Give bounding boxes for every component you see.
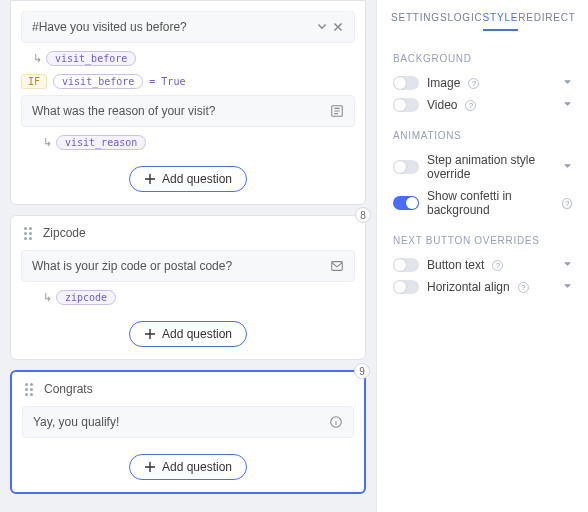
field-actions <box>316 21 344 33</box>
option-label: Horizontal align <box>427 280 510 294</box>
tab-style[interactable]: STYLE <box>483 12 519 31</box>
arrow-in-icon: ↳ <box>33 52 42 65</box>
question-text: Yay, you qualify! <box>33 415 119 429</box>
arrow-in-icon: ↳ <box>43 136 52 149</box>
option-label: Step animation style override <box>427 153 555 181</box>
tab-logic[interactable]: LOGIC <box>447 12 482 31</box>
mail-icon[interactable] <box>330 259 344 273</box>
block-title: Zipcode <box>43 226 86 240</box>
tab-settings[interactable]: SETTINGS <box>391 12 447 31</box>
svg-rect-1 <box>332 262 343 271</box>
chevron-down-icon[interactable] <box>563 258 572 272</box>
option-confetti[interactable]: Show confetti in background ? <box>377 185 588 221</box>
section-next-button-title: NEXT BUTTON OVERRIDES <box>377 221 588 254</box>
chevron-down-icon[interactable] <box>316 21 328 33</box>
question-text: #Have you visited us before? <box>32 20 187 34</box>
panel-tabs: SETTINGS LOGIC STYLE REDIRECT <box>377 0 588 39</box>
question-field[interactable]: What is your zip code or postal code? <box>21 250 355 282</box>
question-field[interactable]: What was the reason of your visit? <box>21 95 355 127</box>
option-button-text[interactable]: Button text ? <box>377 254 588 276</box>
block-zipcode[interactable]: 8 Zipcode What is your zip code or posta… <box>10 215 366 360</box>
paragraph-icon[interactable] <box>330 104 344 118</box>
add-question-label: Add question <box>162 172 232 186</box>
add-question-button[interactable]: Add question <box>129 454 247 480</box>
question-text: What was the reason of your visit? <box>32 104 215 118</box>
option-label: Video <box>427 98 457 112</box>
chevron-down-icon[interactable] <box>563 160 572 174</box>
variable-row: ↳ visit_reason <box>43 135 365 150</box>
chevron-down-icon[interactable] <box>563 98 572 112</box>
plus-icon <box>144 173 156 185</box>
option-horizontal-align[interactable]: Horizontal align ? <box>377 276 588 298</box>
toggle-confetti[interactable] <box>393 196 419 210</box>
chevron-down-icon[interactable] <box>563 76 572 90</box>
block-title: Congrats <box>44 382 93 396</box>
section-animations-title: ANIMATIONS <box>377 116 588 149</box>
if-tag: IF <box>21 74 47 89</box>
add-question-button[interactable]: Add question <box>129 166 247 192</box>
info-icon[interactable] <box>329 415 343 429</box>
toggle-bg-image[interactable] <box>393 76 419 90</box>
add-question-button[interactable]: Add question <box>129 321 247 347</box>
variable-row: ↳ zipcode <box>43 290 365 305</box>
option-step-animation[interactable]: Step animation style override <box>377 149 588 185</box>
help-icon[interactable]: ? <box>562 198 572 209</box>
option-label: Button text <box>427 258 484 272</box>
block-congrats[interactable]: 9 Congrats Yay, you qualify! Add questio… <box>10 370 366 494</box>
plus-icon <box>144 328 156 340</box>
block-visit[interactable]: #Have you visited us before? ↳ visit_bef… <box>10 0 366 205</box>
help-icon[interactable]: ? <box>468 78 479 89</box>
help-icon[interactable]: ? <box>465 100 476 111</box>
toggle-button-text[interactable] <box>393 258 419 272</box>
step-number-badge: 9 <box>354 363 370 379</box>
add-question-label: Add question <box>162 460 232 474</box>
plus-icon <box>144 461 156 473</box>
toggle-step-animation[interactable] <box>393 160 419 174</box>
option-bg-video[interactable]: Video ? <box>377 94 588 116</box>
variable-pill[interactable]: visit_reason <box>56 135 146 150</box>
question-field[interactable]: #Have you visited us before? <box>21 11 355 43</box>
option-bg-image[interactable]: Image ? <box>377 72 588 94</box>
drag-handle-icon[interactable] <box>24 383 36 395</box>
chevron-down-icon[interactable] <box>563 280 572 294</box>
question-text: What is your zip code or postal code? <box>32 259 232 273</box>
question-field[interactable]: Yay, you qualify! <box>22 406 354 438</box>
close-icon[interactable] <box>332 21 344 33</box>
variable-pill[interactable]: visit_before <box>46 51 136 66</box>
form-canvas: #Have you visited us before? ↳ visit_bef… <box>0 0 376 512</box>
condition-var-pill[interactable]: visit_before <box>53 74 143 89</box>
option-label: Show confetti in background <box>427 189 554 217</box>
condition-value: = True <box>149 76 185 87</box>
section-background-title: BACKGROUND <box>377 39 588 72</box>
logic-condition[interactable]: IF visit_before = True <box>21 74 355 89</box>
style-panel: SETTINGS LOGIC STYLE REDIRECT BACKGROUND… <box>376 0 588 512</box>
add-question-label: Add question <box>162 327 232 341</box>
variable-pill[interactable]: zipcode <box>56 290 116 305</box>
help-icon[interactable]: ? <box>518 282 529 293</box>
step-number-badge: 8 <box>355 207 371 223</box>
option-label: Image <box>427 76 460 90</box>
toggle-bg-video[interactable] <box>393 98 419 112</box>
variable-row: ↳ visit_before <box>33 51 365 66</box>
tab-redirect[interactable]: REDIRECT <box>518 12 576 31</box>
arrow-in-icon: ↳ <box>43 291 52 304</box>
help-icon[interactable]: ? <box>492 260 503 271</box>
toggle-horizontal-align[interactable] <box>393 280 419 294</box>
drag-handle-icon[interactable] <box>23 227 35 239</box>
